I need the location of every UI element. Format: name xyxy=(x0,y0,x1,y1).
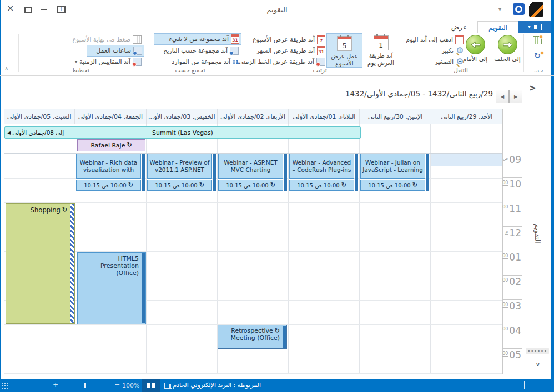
day-header-tuesday[interactable]: الثلاثاء, 01/جمادى الأولى xyxy=(288,109,359,124)
webinar-time: 10:00 ص-10:15 xyxy=(297,182,340,189)
event-shopping[interactable]: ↻ Shopping xyxy=(6,203,75,324)
month-view-button[interactable]: 31 آند طريقة عرض الشهر xyxy=(240,45,327,56)
hour-line xyxy=(4,202,502,203)
ribbon-bottom-border xyxy=(0,75,554,76)
event-webinar-javascript[interactable]: Webinar - Julian on JavaScript - Learnin… xyxy=(360,154,429,191)
event-webinar-rich-data[interactable]: Webinar - Rich data visualization with ↻… xyxy=(76,154,145,191)
working-hours-button[interactable]: ساعات العمل xyxy=(87,45,144,57)
group-by-date-icon xyxy=(230,47,239,55)
hour-label-01: 0100 xyxy=(503,251,522,276)
event-rafael-raje[interactable]: ↻ Rafael Raje xyxy=(77,139,145,151)
hour-label-09: 09ص xyxy=(503,154,522,178)
tab-view[interactable]: عرض xyxy=(441,22,477,33)
refresh-view-button[interactable]: ↻ xyxy=(531,50,544,62)
next-week-button[interactable]: ▶ xyxy=(509,90,522,103)
grid-new-icon xyxy=(533,36,542,44)
day-header-wednesday[interactable]: الأربعاء, 02/جمادى الأولى xyxy=(217,109,288,124)
status-bar xyxy=(0,379,554,392)
work-week-view-button[interactable]: 5 عمل عرض الأسبوع xyxy=(326,33,362,68)
recurrence-icon: ↻ xyxy=(341,182,346,188)
resize-grip[interactable] xyxy=(2,383,8,389)
arrange-group-label: ترتيب xyxy=(244,67,395,73)
file-button[interactable]: ▾ xyxy=(518,21,551,33)
event-retrospective-meeting[interactable]: ↻ Retrospective Meeting (Office) xyxy=(218,325,287,349)
reading-view-button[interactable] xyxy=(142,379,160,392)
new-view-button[interactable] xyxy=(531,34,544,47)
go-to-today-button[interactable]: اذهب إلى آند اليوم xyxy=(401,34,465,45)
group-by-resource-button[interactable]: آند مجموعة من الموارد xyxy=(154,57,240,67)
overflow-group-label: ت.. xyxy=(526,67,551,73)
webinar-time: 10:00 ص-10:15 xyxy=(226,182,269,189)
week-view-icon: 7 xyxy=(317,35,325,44)
hour-label-12: 12م xyxy=(503,227,522,251)
navigation-group-label: التنقل xyxy=(405,67,516,73)
webinar-title: Webinar - Preview of v2011.1 ASP.NET xyxy=(149,159,210,174)
splitter-handle[interactable]: ...... xyxy=(526,348,549,354)
event-summit[interactable]: إلى 08/جمادى الأولى ◀ Summit (Las Vegas) xyxy=(4,126,361,139)
hour-label-10: 1000 xyxy=(503,178,522,202)
hour-label-11: 1100 xyxy=(503,202,522,227)
timeline-view-icon xyxy=(316,58,325,66)
group-none-button[interactable]: 31 آند مجموعة من لا شيء xyxy=(154,33,241,45)
side-panel-title[interactable]: التقويم xyxy=(533,217,542,250)
day-view-icon: 1 xyxy=(374,35,389,50)
event-webinar-coderush[interactable]: Webinar - Advanced – CodeRush Plug-ins ↻… xyxy=(289,154,358,191)
zoom-slider-thumb[interactable] xyxy=(84,383,86,388)
day-header-row: السبت, 05/جمادى الأولى الجمعة, 04/جمادى … xyxy=(4,109,502,124)
compress-weekend-button[interactable]: ضغط في نهاية الأسبوع xyxy=(40,34,143,45)
zoom-percentage[interactable]: 100% xyxy=(122,382,139,389)
retro-title-line1: Retrospective xyxy=(231,327,273,334)
event-html5-presentation[interactable]: HTML5 Presentation (Office) xyxy=(77,252,146,324)
previous-week-button[interactable]: ◀ xyxy=(496,90,509,103)
group-none-icon: 31 xyxy=(231,34,239,44)
scroll-down-icon[interactable]: ∨ xyxy=(533,360,543,368)
hour-line xyxy=(4,349,502,349)
layout-group-label: تخطيط xyxy=(33,67,128,73)
recurrence-icon: ↻ xyxy=(270,182,275,188)
day-header-thursday[interactable]: الخميس, 03/جمادى الأو... xyxy=(146,109,217,124)
timeline-view-label: آند طريقة عرض الخط الزمني xyxy=(239,58,314,65)
recurrence-icon: ↻ xyxy=(412,182,417,188)
group-by-date-label: آند مجموعة حسب التاريخ xyxy=(163,47,228,54)
column-line xyxy=(359,124,360,374)
tab-calendar[interactable]: التقويم xyxy=(477,21,518,33)
collapse-ribbon-icon[interactable]: ∧ xyxy=(4,65,8,72)
day-header-saturday[interactable]: السبت, 05/جمادى الأولى xyxy=(4,109,74,124)
event-webinar-mvc-charting[interactable]: Webinar - ASP.NET MVC Charting ↻10:00 ص-… xyxy=(218,154,287,191)
timeline-view-button[interactable]: آند طريقة عرض الخط الزمني xyxy=(240,57,327,67)
week-view-button[interactable]: 7 آند طريقة عرض الأسبوع xyxy=(240,34,327,45)
day-header-friday[interactable]: الجمعة, 04/جمادى الأولى xyxy=(74,109,145,124)
collapse-panel-icon[interactable]: < xyxy=(529,83,536,93)
zoom-slider-track[interactable] xyxy=(61,385,112,385)
navigate-forward-button[interactable] xyxy=(466,35,485,54)
column-line xyxy=(288,124,289,374)
hour-label-03: 0300 xyxy=(503,300,522,324)
zoom-in-button[interactable]: + تكبير xyxy=(406,45,465,56)
splitter-dots-icon: ...... xyxy=(527,348,547,353)
navigate-back-button[interactable] xyxy=(498,35,517,54)
busy-indicator xyxy=(355,154,358,191)
time-scales-button[interactable]: آند المقاييس الزمنية ▾ xyxy=(40,57,143,67)
column-line xyxy=(75,124,75,374)
zoom-out-button[interactable]: − التصغير xyxy=(406,57,465,67)
day-header-monday[interactable]: الإثنين, 30/ربيع الثاني xyxy=(359,109,430,124)
column-line xyxy=(146,124,147,374)
zoom-in-slider-button[interactable]: + xyxy=(53,381,58,389)
group-by-date-button[interactable]: آند مجموعة حسب التاريخ xyxy=(154,45,240,56)
window-border-right xyxy=(551,0,554,392)
compress-weekend-label: ضغط في نهاية الأسبوع xyxy=(72,36,130,43)
hour-label-02: 0200 xyxy=(503,276,522,300)
retro-title-line2: Meeting (Office) xyxy=(230,334,280,342)
group-by-group-label: تجميع حسب xyxy=(147,67,233,73)
day-view-button[interactable]: 1 آند طريقة العرض يوم xyxy=(364,33,398,67)
quick-access-dropdown-icon[interactable]: ▾ xyxy=(498,6,501,12)
day-header-sunday[interactable]: الأحد, 29/ربيع الثاني xyxy=(431,109,502,124)
busy-indicator xyxy=(426,154,429,191)
recurrence-icon: ↻ xyxy=(127,142,132,148)
hour-label-05: 0500 xyxy=(503,349,522,373)
zoom-out-slider-button[interactable]: − xyxy=(114,380,120,388)
sparkle-icon xyxy=(540,51,544,55)
window-title: التقويم xyxy=(0,6,554,14)
event-webinar-preview[interactable]: Webinar - Preview of v2011.1 ASP.NET ↻10… xyxy=(147,154,216,191)
work-week-label-1: عمل عرض xyxy=(331,53,357,60)
